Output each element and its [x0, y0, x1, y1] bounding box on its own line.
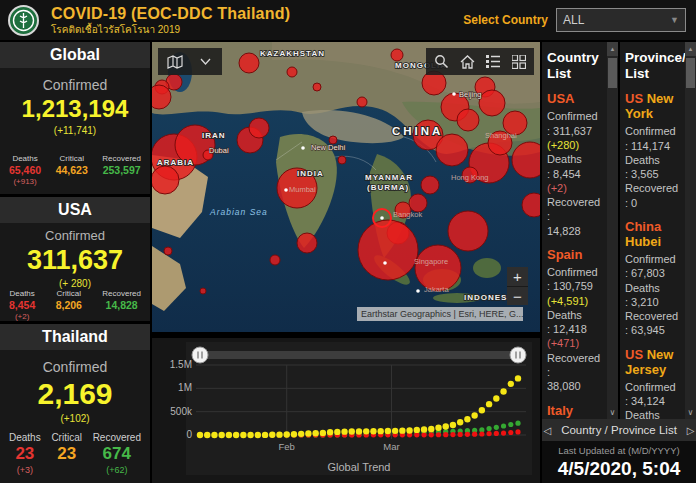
case-bubble[interactable] — [200, 288, 206, 294]
scroll-up-arrow-icon[interactable]: ▲ — [607, 42, 618, 56]
slider-handle-left[interactable] — [192, 347, 208, 363]
case-bubble[interactable] — [358, 220, 418, 280]
stat-deaths: Deaths8,454(+2) — [9, 289, 35, 321]
entry-line: Deaths — [625, 281, 683, 295]
entry-line: (+280) — [547, 138, 605, 152]
list-item[interactable]: US New YorkConfirmed: 114,174Deaths: 3,5… — [625, 92, 683, 210]
country-list-panel: Country ListUSAConfirmed: 311,637(+280)D… — [542, 42, 618, 419]
country-list-scrollbar[interactable]: ▲ ∨ — [607, 42, 618, 419]
map-tools-toolbar — [426, 48, 534, 75]
list-item[interactable]: US New JerseyConfirmed: 34,124Deaths: 84… — [625, 348, 683, 419]
entry-line: Confirmed — [625, 124, 683, 138]
scroll-up-arrow-icon[interactable]: ▲ — [685, 42, 696, 56]
stat-delta — [102, 312, 141, 321]
map-label: Hong Kong — [451, 173, 489, 182]
case-bubble[interactable] — [152, 166, 179, 194]
entry-line: Recovered : — [547, 195, 605, 224]
case-bubble[interactable] — [457, 109, 479, 131]
map-overview-icon[interactable] — [162, 48, 188, 75]
map-canvas[interactable]: KAZAKHSTANMONGOLIACHINABeijingShanghaiIR… — [152, 42, 540, 332]
country-select[interactable]: ALL ▼ — [556, 8, 686, 32]
chevron-down-icon[interactable] — [192, 48, 218, 75]
tab-prev-arrow-icon[interactable]: ◁ — [543, 425, 551, 436]
country-list[interactable]: Country ListUSAConfirmed: 311,637(+280)D… — [542, 42, 607, 419]
map-label: MYANMAR — [365, 173, 413, 182]
entry-line: Deaths — [625, 408, 683, 419]
province-list-panel: Province/City ListUS New YorkConfirmed: … — [620, 42, 696, 419]
search-icon[interactable] — [428, 48, 454, 75]
scrollbar-thumb[interactable] — [686, 58, 695, 88]
case-bubble[interactable] — [313, 83, 321, 91]
stat-recovered: Recovered674(+62) — [93, 432, 141, 475]
stat-label: Deaths — [9, 289, 35, 298]
confirmed-label: Confirmed — [0, 228, 150, 243]
tab-label[interactable]: Country / Province List — [561, 424, 677, 436]
tab-next-arrow-icon[interactable]: ▷ — [687, 425, 695, 436]
map-label: New Delhi — [311, 143, 346, 152]
map-label: IRAN — [202, 131, 226, 140]
stat-delta: (+2) — [9, 312, 35, 321]
scroll-down-chevron-icon[interactable]: ∨ — [685, 408, 696, 417]
scroll-down-chevron-icon[interactable]: ∨ — [607, 408, 618, 417]
country-select-value: ALL — [563, 13, 584, 27]
entry-line: : 114,174 — [625, 139, 683, 153]
case-bubble[interactable] — [421, 176, 439, 194]
confirmed-count: 2,169 — [0, 377, 150, 411]
case-bubble[interactable] — [448, 211, 488, 251]
entry-line: Recovered — [625, 309, 683, 323]
map-label: (BURMA) — [367, 183, 409, 192]
world-map[interactable]: KAZAKHSTANMONGOLIACHINABeijingShanghaiIR… — [152, 42, 540, 332]
case-bubble[interactable] — [297, 233, 317, 253]
scrollbar-thumb[interactable] — [608, 58, 617, 88]
case-bubble[interactable] — [239, 53, 259, 73]
basemap-icon[interactable] — [506, 48, 532, 75]
list-item[interactable]: ItalyConfirmed: 124,632(+0)Deaths: 15,36… — [547, 404, 605, 419]
y-axis-tick: 1.5M — [170, 359, 192, 370]
map-label: INDIA — [297, 169, 324, 178]
entry-line: Deaths — [547, 308, 605, 322]
confirmed-count: 311,637 — [0, 245, 150, 276]
time-slider-track[interactable] — [192, 351, 526, 359]
case-bubble[interactable] — [436, 134, 468, 166]
stat-delta — [56, 312, 82, 321]
province-list-scrollbar[interactable]: ▲ ∨ — [685, 42, 696, 419]
list-item[interactable]: SpainConfirmed: 130,759(+4,591)Deaths: 1… — [547, 248, 605, 394]
entry-line: : 63,945 — [625, 323, 683, 337]
case-bubble[interactable] — [164, 247, 172, 255]
entry-line: : 8,454 — [547, 167, 605, 181]
legend-icon[interactable] — [480, 48, 506, 75]
case-bubble[interactable] — [357, 97, 367, 107]
stat-label: Deaths — [9, 154, 41, 163]
stat-value: 8,206 — [56, 299, 82, 311]
entry-line: Confirmed — [547, 265, 605, 279]
confirmed-delta: (+102) — [0, 413, 150, 424]
home-icon[interactable] — [454, 48, 480, 75]
entry-line: 38,080 — [547, 379, 605, 393]
list-item[interactable]: China HubeiConfirmed: 67,803Deaths: 3,21… — [625, 220, 683, 338]
case-bubble[interactable] — [152, 85, 171, 109]
stat-value: 65,460 — [9, 164, 41, 176]
entry-line: Recovered : — [547, 351, 605, 380]
map-label: Bangkok — [393, 210, 422, 219]
list-item[interactable]: USAConfirmed: 311,637(+280)Deaths: 8,454… — [547, 92, 605, 238]
case-bubble[interactable] — [338, 156, 346, 164]
chevron-down-icon: ▼ — [670, 15, 679, 25]
case-bubble[interactable] — [391, 49, 403, 61]
entry-line: Deaths — [625, 153, 683, 167]
case-bubble[interactable] — [479, 90, 505, 116]
global-trend-chart: 1.5M1M500k0FebMarGlobal Trend — [152, 338, 540, 483]
case-bubble[interactable] — [249, 118, 269, 138]
zoom-in-button[interactable]: + — [507, 267, 528, 286]
stat-label: Critical — [51, 432, 82, 443]
entry-line: : 311,637 — [547, 124, 605, 138]
y-axis-tick: 0 — [186, 429, 192, 440]
case-bubble[interactable] — [270, 255, 280, 265]
entry-line: : 3,210 — [625, 295, 683, 309]
zoom-out-button[interactable]: − — [507, 286, 528, 305]
slider-handle-right[interactable] — [510, 347, 526, 363]
province-city-list[interactable]: Province/City ListUS New YorkConfirmed: … — [620, 42, 685, 419]
entry-line: (+4,591) — [547, 294, 605, 308]
moph-logo-icon — [8, 5, 39, 36]
entry-name: US New Jersey — [625, 348, 683, 378]
case-bubble[interactable] — [287, 67, 297, 77]
